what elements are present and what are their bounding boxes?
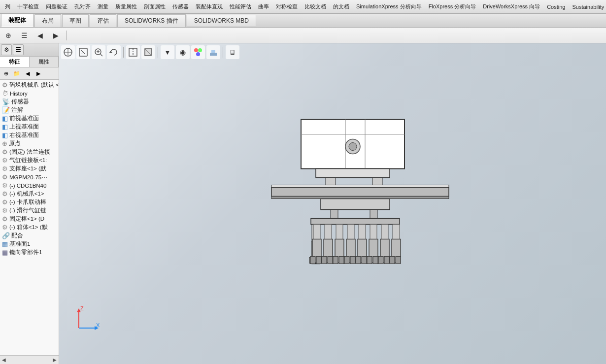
panel-icon4[interactable]: ▶	[34, 68, 43, 78]
tab-sw-plugins[interactable]: SOLIDWORKS 插件	[117, 14, 186, 27]
vp-tool-orient[interactable]	[61, 45, 75, 59]
tree-item-mate[interactable]: 🔗 配合	[0, 232, 59, 240]
tree-item-mirror[interactable]: ▦ 镜向零部件1	[0, 248, 59, 257]
main-area: ⚙ ☰ 特征 属性 ⊕ 📁 ◀ ▶ ⚙ 码垛机械爪 (默认 < ⏱ Histor…	[0, 43, 606, 364]
menu-simxpress[interactable]: SimulationXpress 分析向导	[353, 2, 425, 11]
tab-sw-mbd[interactable]: SOLIDWORKS MBD	[187, 15, 256, 26]
menu-symmetry[interactable]: 对称检查	[273, 2, 301, 11]
tree-sensor-icon: 📡	[2, 98, 10, 105]
menu-assembly-view[interactable]: 装配体直观	[193, 2, 226, 11]
svg-rect-39	[313, 224, 320, 239]
menu-curve[interactable]: 曲率	[255, 2, 272, 11]
menu-measure[interactable]: 测量	[95, 2, 111, 11]
tree-item-note[interactable]: 📝 注解	[0, 106, 59, 114]
tab-bar: 装配体 布局 草图 评估 SOLIDWORKS 插件 SOLIDWORKS MB…	[0, 14, 606, 28]
tree-item-cdg[interactable]: ⚙ (-) CDG1BN40	[0, 181, 59, 190]
vp-tool-appearance[interactable]	[191, 45, 205, 59]
tree-item-box[interactable]: ⚙ (-) 箱体<1> (默	[0, 223, 59, 232]
tree-item-claw[interactable]: ⚙ (-) 机械爪<1>	[0, 190, 59, 198]
tree-cyl-link-label: 气缸链接板<1:	[9, 157, 47, 164]
tree-datum-label: 基准面1	[9, 240, 30, 248]
tree-fixed-bar-icon: ⚙	[2, 215, 8, 223]
tree-item-right-plane[interactable]: ◧ 右视基准面	[0, 131, 59, 139]
axis-x-label: X	[96, 322, 100, 328]
tree-title[interactable]: ⚙ 码垛机械爪 (默认 <	[0, 81, 59, 89]
tab-sketch[interactable]: 草图	[62, 14, 89, 27]
bottom-scroll-right[interactable]: ▶	[53, 357, 57, 363]
panel-icon1[interactable]: ⊕	[1, 68, 11, 78]
vp-tool-display[interactable]: ▼	[161, 45, 174, 59]
panel-tab-property[interactable]: 属性	[30, 57, 59, 67]
menu-sustainability[interactable]: Sustainability	[569, 3, 606, 11]
panel-header: ⚙ ☰	[0, 43, 59, 57]
tree-item-origin[interactable]: ⊕ 原点	[0, 139, 59, 148]
tree-item-flange[interactable]: ⚙ (固定) 法兰连接	[0, 148, 59, 156]
tree-item-slide-cyl[interactable]: ⚙ (-) 滑行气缸链	[0, 206, 59, 215]
menu-compare-doc[interactable]: 比较文档	[302, 2, 329, 11]
tree-item-datum[interactable]: ▦ 基准面1	[0, 240, 59, 248]
svg-rect-45	[322, 256, 327, 264]
viewport[interactable]: ▼ ◉ 🖥	[59, 43, 606, 364]
menu-list[interactable]: 列	[2, 2, 13, 11]
menu-costing[interactable]: Costing	[544, 3, 568, 11]
tree-item-top-plane[interactable]: ◧ 上视基准面	[0, 123, 59, 131]
tree-note-icon: 📝	[2, 106, 10, 114]
panel-btn-gear[interactable]: ⚙	[1, 44, 12, 55]
tree-item-mgpm[interactable]: ⚙ MGPM20-75⋯	[0, 173, 59, 181]
vp-tool-scenes[interactable]	[206, 45, 220, 59]
tab-evaluate[interactable]: 评估	[90, 14, 116, 27]
panel-tab-feature[interactable]: 特征	[0, 57, 30, 67]
tree-item-front-plane[interactable]: ◧ 前视基准面	[0, 114, 59, 123]
vp-tool-rotate[interactable]	[107, 45, 121, 59]
vp-tool-zoom-fit[interactable]	[76, 45, 90, 59]
tree-fixed-bar-label: 固定棒<1> (D	[9, 215, 44, 223]
vp-tool-zoom-in[interactable]	[92, 45, 105, 59]
toolbar2-btn3[interactable]: ◀	[34, 29, 46, 42]
tab-layout[interactable]: 布局	[34, 14, 61, 27]
tree-item-sensor[interactable]: 📡 传感器	[0, 98, 59, 106]
tree-item-history[interactable]: ⏱ History	[0, 89, 59, 98]
vp-tool-hide[interactable]: ◉	[176, 45, 190, 59]
tree-item-cyl-link[interactable]: ⚙ 气缸链接板<1:	[0, 156, 59, 165]
tree-item-support[interactable]: ⚙ 支撑座<1> (默	[0, 165, 59, 173]
vp-tool-view-settings[interactable]: 🖥	[226, 45, 239, 59]
tree-top-plane-label: 上视基准面	[9, 123, 39, 131]
menu-performance[interactable]: 性能评估	[227, 2, 254, 11]
svg-rect-28	[271, 187, 449, 196]
tree-front-plane-icon: ◧	[2, 115, 8, 122]
toolbar2-btn4[interactable]: ▶	[49, 29, 62, 42]
tree-cyl-link-icon: ⚙	[2, 157, 8, 164]
tree-claw-link-label: (-) 卡爪联动棒	[9, 199, 46, 206]
tree-claw-icon: ⚙	[2, 190, 8, 198]
menu-hole-align[interactable]: 孔对齐	[71, 2, 94, 11]
menu-sensor[interactable]: 传感器	[169, 2, 192, 11]
tree-item-fixed-bar[interactable]: ⚙ 固定棒<1> (D	[0, 215, 59, 223]
menu-cross-check[interactable]: 十字检查	[14, 2, 42, 11]
svg-rect-69	[390, 256, 395, 264]
vp-tool-view-mode[interactable]	[141, 45, 155, 59]
svg-rect-50	[339, 256, 344, 264]
menu-section[interactable]: 剖面属性	[141, 2, 168, 11]
tab-assembly[interactable]: 装配体	[1, 14, 34, 27]
tree-item-claw-link[interactable]: ⚙ (-) 卡爪联动棒	[0, 198, 59, 206]
svg-rect-47	[336, 224, 343, 239]
menu-validation[interactable]: 问题验证	[43, 2, 70, 11]
toolbar2-btn1[interactable]: ⊕	[2, 29, 15, 42]
panel-btn-list[interactable]: ☰	[13, 44, 24, 55]
menu-driveWorks[interactable]: DriveWorksXpress 向导	[480, 2, 543, 11]
svg-rect-54	[350, 256, 355, 264]
vp-tool-section[interactable]	[126, 45, 140, 59]
svg-rect-55	[359, 224, 366, 239]
panel-icon2[interactable]: 📁	[12, 68, 22, 78]
panel-icon3[interactable]: ◀	[23, 68, 33, 78]
svg-rect-65	[378, 256, 383, 264]
svg-point-15	[198, 48, 202, 52]
bottom-scroll-left[interactable]: ◀	[2, 357, 6, 363]
tree-mirror-icon: ▦	[2, 249, 8, 256]
tree-history-icon: ⏱	[2, 90, 8, 97]
menu-floXpress[interactable]: FloXpress 分析向导	[426, 2, 479, 11]
toolbar2-btn2[interactable]: ☰	[18, 29, 31, 42]
tree-mgpm-icon: ⚙	[2, 173, 8, 181]
menu-mass[interactable]: 质量属性	[112, 2, 140, 11]
menu-docs[interactable]: 的文档	[330, 2, 352, 11]
